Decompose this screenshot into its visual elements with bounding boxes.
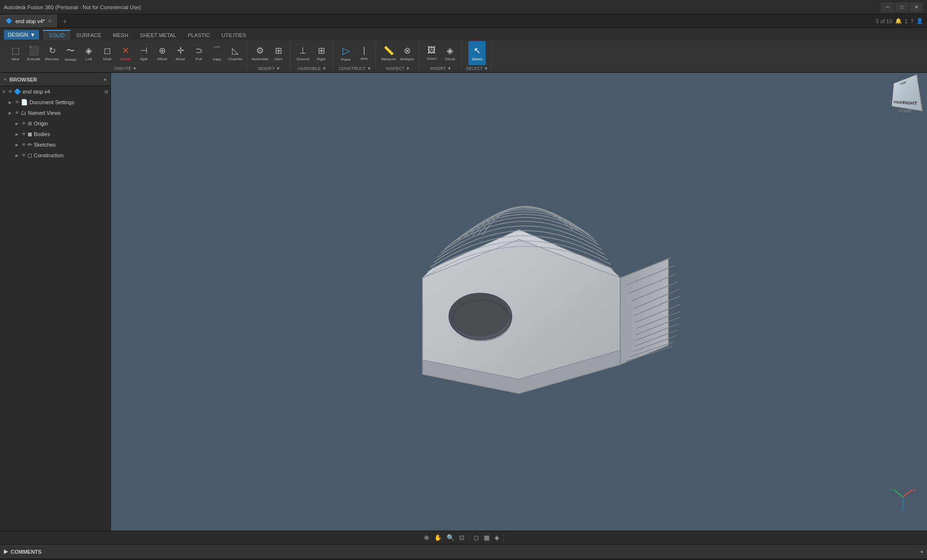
revolve-icon: ↻ (49, 45, 56, 56)
tree-item-named-views[interactable]: ▶ 👁 🗂 Named Views (0, 108, 110, 118)
delete-button[interactable]: ✕ Delete (117, 41, 134, 65)
plane-button[interactable]: ▷ Plane (337, 41, 354, 65)
display-mode-icon[interactable]: ◻ (472, 533, 480, 542)
tab-bar: 🔷 end stop v4* ✕ + 5 of 10 🔔 1 ? 👤 (0, 14, 927, 28)
chamfer-button[interactable]: ◺ Chamfer (227, 41, 244, 65)
select-group-label: SELECT ▼ (466, 66, 488, 71)
bodies-icon: ◼ (27, 131, 32, 137)
svg-text:X: X (913, 488, 916, 492)
rigid-group-icon: ⊞ (318, 45, 325, 56)
tree-arrow-bodies: ▶ (15, 132, 20, 137)
tab-close-button[interactable]: ✕ (48, 18, 52, 24)
new-component-button[interactable]: ⬚ New (7, 41, 24, 65)
tree-label-construction: Construction (34, 152, 64, 158)
tree-item-construction[interactable]: ▶ 👁 ◻ Construction (0, 150, 110, 161)
extrude-button[interactable]: ⬛ Extrude (25, 41, 42, 65)
sweep-button[interactable]: 〜 Sweep (62, 41, 79, 65)
split-button[interactable]: ⊣ Split (135, 41, 152, 65)
add-tab-button[interactable]: + (58, 14, 71, 27)
create-buttons: ⬚ New ⬛ Extrude ↻ Revolve 〜 Sweep ◈ Lo (7, 41, 244, 65)
select-group: ↖ Select SELECT ▼ (463, 41, 491, 70)
visibility-icon-doc[interactable]: 👁 (15, 100, 19, 105)
3d-model (350, 143, 688, 432)
tab-utilities[interactable]: UTILITIES (216, 30, 252, 40)
delete-icon: ✕ (122, 45, 129, 56)
help-icon[interactable]: ? (911, 18, 913, 24)
select-button[interactable]: ↖ Select (468, 41, 486, 65)
tree-item-sketches[interactable]: ▶ 👁 ✏ Sketches (0, 139, 110, 150)
design-workspace-dropdown[interactable]: DESIGN ▼ (4, 30, 39, 40)
viewport-3d[interactable]: TOP FRONT RIGHT HOME X Y Z (111, 73, 927, 531)
comments-expand-icon[interactable]: ▶ (4, 548, 8, 555)
tree-label-sketches: Sketches (34, 142, 55, 148)
comments-pin-icon[interactable]: ● (920, 549, 923, 554)
insert-canvas-button[interactable]: 🖼 Insert (423, 41, 440, 65)
browser-collapse-button[interactable]: « (4, 77, 7, 82)
rigid-group-button[interactable]: ⊞ Rigid (313, 41, 330, 65)
fillet-button[interactable]: ⌒ Fillet (208, 41, 226, 65)
user-avatar[interactable]: 👤 (916, 18, 923, 24)
pan-icon[interactable]: ✋ (433, 533, 443, 542)
zoom-fit-icon[interactable]: ⊡ (458, 533, 466, 542)
tree-item-bodies[interactable]: ▶ 👁 ◼ Bodies (0, 129, 110, 139)
svg-text:Z: Z (901, 508, 903, 511)
visibility-icon-construction[interactable]: 👁 (22, 153, 26, 158)
joint-icon: ⊞ (275, 45, 282, 56)
tab-plastic[interactable]: PLASTIC (182, 30, 216, 40)
browser-pin-icon[interactable]: ● (104, 77, 107, 82)
close-button[interactable]: ✕ (910, 2, 923, 12)
measure-button[interactable]: 📏 Measure (380, 41, 397, 65)
visibility-icon-origin[interactable]: 👁 (22, 121, 26, 126)
offset-button[interactable]: ⊕ Offset (153, 41, 171, 65)
notifications-count: 1 (905, 18, 908, 24)
decal-icon: ◈ (447, 45, 453, 56)
orbit-icon[interactable]: ⊕ (423, 533, 431, 542)
active-tab[interactable]: 🔷 end stop v4* ✕ (0, 14, 58, 27)
tree-item-doc-settings[interactable]: ▶ 👁 📄 Document Settings (0, 97, 110, 108)
axis-icon: | (363, 45, 366, 55)
settings-icon-root[interactable]: ⚙ (104, 89, 109, 95)
visibility-icon-named-views[interactable]: 👁 (15, 110, 19, 115)
svg-text:Y: Y (889, 488, 892, 492)
comments-label: COMMENTS (11, 549, 41, 555)
interference-button[interactable]: ⊗ Analyze (398, 41, 416, 65)
svg-line-21 (903, 490, 913, 497)
environment-icon[interactable]: ◈ (493, 533, 501, 542)
tab-solid[interactable]: SOLID (43, 30, 70, 40)
shell-button[interactable]: ◻ Shell (98, 41, 116, 65)
notification-icon[interactable]: 🔔 (895, 18, 902, 24)
construction-icon: ◻ (27, 152, 32, 159)
minimize-button[interactable]: ─ (881, 2, 894, 12)
visibility-icon-root[interactable]: 👁 (8, 89, 13, 94)
sketches-icon: ✏ (27, 141, 32, 148)
move-button[interactable]: ✛ Move (172, 41, 189, 65)
ground-button[interactable]: ⊥ Ground (294, 41, 312, 65)
tab-mesh[interactable]: MESH (107, 30, 134, 40)
joint-button[interactable]: ⊞ Joint (270, 41, 287, 65)
tree-label-origin: Origin (34, 121, 48, 126)
axis-button[interactable]: | Axis (355, 41, 373, 65)
sweep-icon: 〜 (66, 45, 75, 56)
tree-item-origin[interactable]: ▶ 👁 ⊕ Origin (0, 118, 110, 129)
revolve-button[interactable]: ↻ Revolve (43, 41, 61, 65)
tab-nav-area: 5 of 10 🔔 1 ? 👤 (876, 14, 927, 27)
view-cube[interactable]: TOP FRONT RIGHT HOME (888, 78, 922, 116)
separator-2 (504, 534, 504, 542)
visual-style-icon[interactable]: ▦ (482, 533, 491, 542)
ribbon-tabs: DESIGN ▼ SOLID SURFACE MESH SHEET METAL … (0, 28, 927, 40)
component-icon-root: 🔷 (14, 88, 21, 95)
loft-button[interactable]: ◈ Loft (80, 41, 97, 65)
press-pull-button[interactable]: ⊃ Pull (190, 41, 207, 65)
insert-group: 🖼 Insert ◈ Decal INSERT ▼ (420, 41, 462, 70)
zoom-icon[interactable]: 🔍 (445, 533, 456, 542)
tree-item-root[interactable]: ▼ 👁 🔷 end stop v4 ⚙ (0, 86, 110, 97)
decal-button[interactable]: ◈ Decal (441, 41, 459, 65)
tab-surface[interactable]: SURFACE (70, 30, 107, 40)
tab-icon: 🔷 (6, 18, 13, 24)
tree-label-root: end stop v4 (23, 89, 50, 95)
visibility-icon-bodies[interactable]: 👁 (22, 132, 26, 137)
visibility-icon-sketches[interactable]: 👁 (22, 142, 26, 147)
tab-sheet-metal[interactable]: SHEET METAL (134, 30, 182, 40)
assemble-button[interactable]: ⚙ Assemble (251, 41, 269, 65)
maximize-button[interactable]: □ (895, 2, 909, 12)
